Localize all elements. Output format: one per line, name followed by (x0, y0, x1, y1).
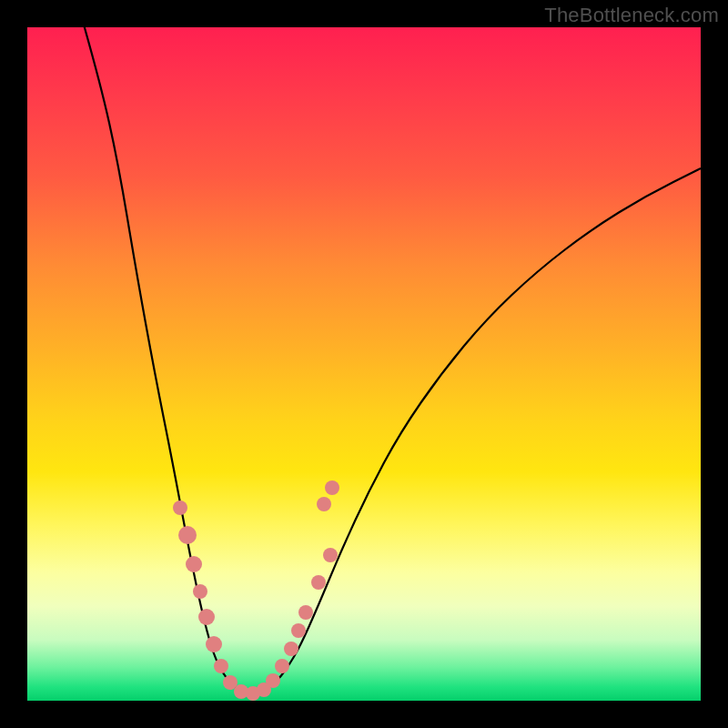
watermark-text: TheBottleneck.com (544, 4, 719, 27)
chart-frame: TheBottleneck.com (0, 0, 728, 728)
background-gradient (27, 27, 701, 701)
plot-area (27, 27, 701, 701)
